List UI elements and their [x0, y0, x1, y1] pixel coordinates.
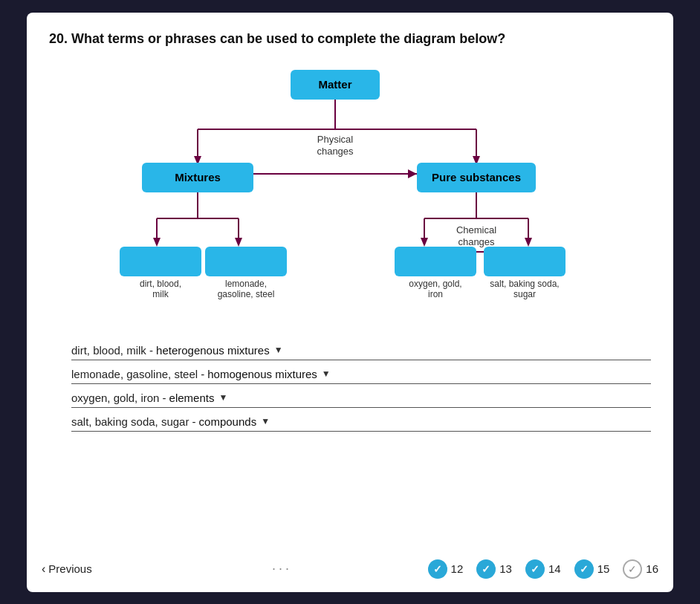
page-btn-14[interactable]: ✓ 14: [525, 559, 561, 579]
svg-marker-23: [235, 238, 242, 247]
svg-marker-29: [525, 238, 532, 247]
question-number: 20.: [49, 31, 68, 46]
svg-text:gasoline, steel: gasoline, steel: [218, 289, 275, 299]
answer-label-4: salt, baking soda, sugar -: [71, 415, 196, 428]
answer-row-3: oxygen, gold, iron - elements ▼: [71, 392, 651, 408]
dropdown-arrow-2[interactable]: ▼: [322, 368, 331, 379]
page-container: 20. What terms or phrases can be used to…: [27, 13, 673, 592]
svg-marker-27: [421, 238, 428, 247]
page-numbers: ✓ 12 ✓ 13 ✓ 14 ✓ 15 ✓ 16: [428, 559, 658, 579]
dropdown-arrow-1[interactable]: ▼: [274, 345, 283, 355]
answer-value-3: elements: [169, 392, 215, 404]
svg-text:Physical: Physical: [317, 134, 354, 145]
answer-value-4: compounds: [199, 415, 257, 428]
svg-text:salt, baking soda,: salt, baking soda,: [490, 279, 559, 289]
ellipsis: ···: [137, 561, 428, 577]
page-label-15: 15: [597, 562, 610, 575]
previous-label: Previous: [48, 562, 91, 575]
page-label-12: 12: [451, 562, 464, 575]
dropdown-arrow-3[interactable]: ▼: [218, 392, 227, 403]
page-btn-12[interactable]: ✓ 12: [428, 559, 464, 579]
page-label-13: 13: [499, 562, 512, 575]
svg-marker-13: [408, 169, 417, 178]
diagram-svg: Matter Physical changes: [90, 62, 610, 326]
answer-value-2: homogenous mixtures: [207, 368, 317, 380]
nav-bar: ‹ Previous ··· ✓ 12 ✓ 13 ✓ 14 ✓ 15 ✓: [27, 559, 673, 579]
svg-text:Matter: Matter: [318, 78, 351, 91]
page-btn-15[interactable]: ✓ 15: [574, 559, 610, 579]
check-circle-13: ✓: [476, 559, 496, 579]
svg-text:dirt, blood,: dirt, blood,: [140, 279, 181, 289]
svg-text:changes: changes: [317, 146, 354, 157]
svg-text:changes: changes: [458, 236, 495, 247]
check-circle-outline-16: ✓: [623, 559, 642, 579]
svg-text:Mixtures: Mixtures: [175, 171, 221, 184]
answer-label-3: oxygen, gold, iron -: [71, 392, 166, 404]
svg-text:lemonade,: lemonade,: [225, 279, 267, 289]
answer-row-2: lemonade, gasoline, steel - homogenous m…: [71, 368, 651, 384]
svg-text:sugar: sugar: [513, 289, 536, 299]
dropdown-arrow-4[interactable]: ▼: [261, 416, 270, 426]
page-label-16: 16: [646, 562, 658, 575]
svg-text:Pure substances: Pure substances: [432, 171, 521, 184]
check-circle-15: ✓: [574, 559, 594, 579]
chevron-left-icon: ‹: [42, 562, 45, 576]
page-btn-13[interactable]: ✓ 13: [476, 559, 512, 579]
svg-text:oxygen, gold,: oxygen, gold,: [409, 279, 461, 289]
svg-text:milk: milk: [152, 289, 169, 299]
check-circle-14: ✓: [525, 559, 545, 579]
svg-rect-37: [395, 247, 476, 276]
svg-rect-36: [205, 247, 287, 276]
answers-section: dirt, blood, milk - heterogenous mixture…: [49, 344, 651, 432]
diagram-area: Matter Physical changes: [49, 62, 651, 326]
answer-value-1: heterogenous mixtures: [156, 344, 270, 357]
svg-marker-21: [153, 238, 161, 247]
check-circle-12: ✓: [428, 559, 447, 579]
svg-rect-35: [120, 247, 201, 276]
answer-row-1: dirt, blood, milk - heterogenous mixture…: [71, 344, 651, 360]
svg-text:Chemical: Chemical: [456, 224, 496, 236]
question-title: 20. What terms or phrases can be used to…: [49, 30, 651, 48]
answer-label-1: dirt, blood, milk -: [71, 344, 153, 357]
question-text: What terms or phrases can be used to com…: [71, 31, 505, 46]
page-btn-16[interactable]: ✓ 16: [623, 559, 658, 579]
svg-text:iron: iron: [428, 289, 443, 299]
answer-row-4: salt, baking soda, sugar - compounds ▼: [71, 415, 651, 432]
svg-rect-38: [484, 247, 565, 276]
previous-button[interactable]: ‹ Previous: [42, 562, 92, 576]
page-label-14: 14: [548, 562, 561, 575]
answer-label-2: lemonade, gasoline, steel -: [71, 368, 204, 380]
